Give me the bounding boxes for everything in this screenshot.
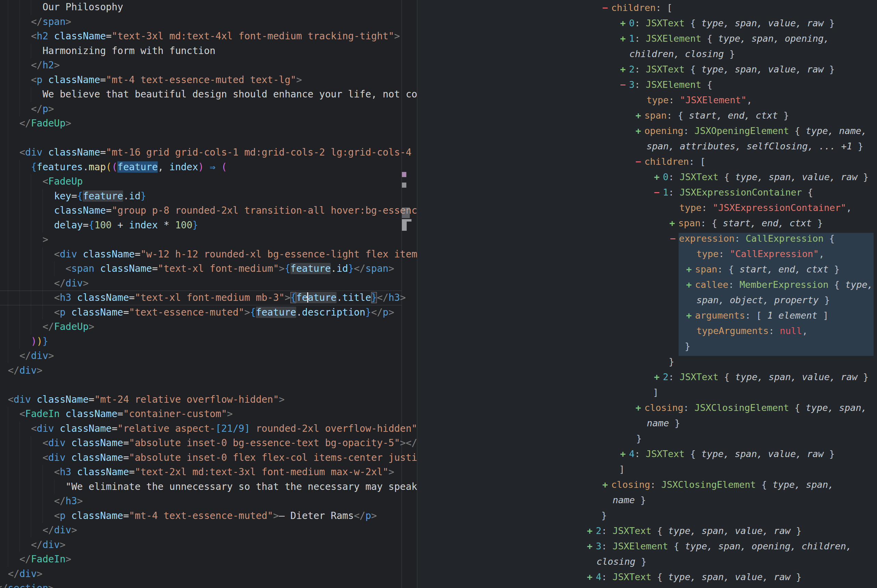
expand-toggle-icon[interactable]: + <box>635 400 641 416</box>
ast-node-line[interactable]: } <box>417 431 877 446</box>
ast-node-line[interactable]: } <box>417 354 877 369</box>
code-line[interactable]: className="group p-8 rounded-2xl transit… <box>0 203 417 218</box>
code-line[interactable]: </div> <box>0 523 417 538</box>
ast-node-line[interactable]: children, closing } <box>417 46 877 62</box>
code-line[interactable]: </div> <box>0 567 417 582</box>
expand-toggle-icon[interactable]: + <box>620 15 626 31</box>
code-line[interactable]: {features.map((feature, index) ⇒ ( <box>0 160 417 175</box>
expand-toggle-icon[interactable]: + <box>620 31 626 46</box>
ast-node-line[interactable]: } <box>417 508 877 523</box>
expand-toggle-icon[interactable]: + <box>670 215 675 231</box>
code-line[interactable]: </div> <box>0 363 417 378</box>
ast-node-line[interactable]: typeArguments: null, <box>417 323 877 339</box>
ast-node-line[interactable]: +closing: JSXClosingElement { type, span… <box>417 477 877 492</box>
ast-node-line[interactable]: +3: JSXElement { type, span, opening, ch… <box>417 538 877 554</box>
ast-node-line[interactable]: type: "JSXExpressionContainer", <box>417 200 877 215</box>
code-line[interactable]: </h3> <box>0 494 417 509</box>
expand-toggle-icon[interactable]: + <box>587 569 592 585</box>
ast-node-line[interactable]: +1: JSXElement { type, span, opening, <box>417 31 877 46</box>
code-line[interactable]: <div className="absolute inset-0 flex fl… <box>0 451 417 465</box>
ast-node-line[interactable]: span, object, property } <box>417 292 877 308</box>
ast-node-line[interactable]: +4: JSXText { type, span, value, raw } <box>417 446 877 462</box>
code-line[interactable]: "We eliminate the unnecessary so that th… <box>0 480 417 494</box>
ast-node-line[interactable]: −3: JSXElement { <box>417 77 877 92</box>
collapse-toggle-icon[interactable]: − <box>620 77 626 92</box>
expand-toggle-icon[interactable]: + <box>587 523 592 538</box>
code-line[interactable]: </FadeUp> <box>0 320 417 334</box>
collapse-toggle-icon[interactable]: − <box>602 0 608 15</box>
ast-node-line[interactable]: +2: JSXText { type, span, value, raw } <box>417 369 877 385</box>
code-line[interactable]: <p className="text-essence-muted">{featu… <box>0 305 417 320</box>
code-line-current[interactable]: <h3 className="text-xl font-medium mb-3"… <box>0 291 402 305</box>
ast-node-line[interactable]: +0: JSXText { type, span, value, raw } <box>417 15 877 31</box>
code-line[interactable]: Our Philosophy <box>0 0 417 15</box>
code-line[interactable]: <div className="mt-24 relative overflow-… <box>0 393 417 407</box>
expand-toggle-icon[interactable]: + <box>686 261 692 277</box>
code-line[interactable]: key={feature.id} <box>0 189 417 204</box>
ast-node-line[interactable]: +0: JSXText { type, span, value, raw } <box>417 169 877 184</box>
code-line[interactable]: ))} <box>0 334 417 349</box>
code-line[interactable]: </FadeUp> <box>0 116 417 131</box>
expand-toggle-icon[interactable]: + <box>686 277 692 292</box>
code-line[interactable] <box>0 378 417 393</box>
code-line[interactable]: <h2 className="text-3xl md:text-4xl font… <box>0 29 417 44</box>
ast-tree-pane[interactable]: −children: [+0: JSXText { type, span, va… <box>417 0 877 588</box>
expand-toggle-icon[interactable]: + <box>686 308 692 323</box>
code-line[interactable]: </h2> <box>0 58 417 73</box>
code-line[interactable]: <FadeUp <box>0 174 417 189</box>
expand-toggle-icon[interactable]: + <box>587 538 592 554</box>
code-line[interactable]: </div> <box>0 538 417 552</box>
code-line[interactable]: We believe that beautiful design should … <box>0 87 417 102</box>
code-line[interactable]: > <box>0 232 417 247</box>
ast-node-line[interactable]: name } <box>417 492 877 508</box>
code-line[interactable]: <div className="absolute inset-0 bg-esse… <box>0 436 417 451</box>
ast-node-line[interactable]: +span: { start, end, ctxt } <box>417 108 877 123</box>
collapse-toggle-icon[interactable]: − <box>654 184 659 200</box>
ast-node-line[interactable]: name } <box>417 416 877 431</box>
code-line[interactable]: <FadeIn className="container-custom"> <box>0 407 417 422</box>
ast-node-line[interactable]: span, attributes, selfClosing, ... +1 } <box>417 138 877 154</box>
code-line[interactable]: Harmonizing form with function <box>0 44 417 58</box>
code-line[interactable]: </FadeIn> <box>0 552 417 567</box>
ast-node-line[interactable]: type: "CallExpression", <box>417 246 877 261</box>
ast-node-line[interactable]: +2: JSXText { type, span, value, raw } <box>417 523 877 538</box>
code-line[interactable]: delay={100 + index * 100} <box>0 218 417 233</box>
code-line[interactable]: <p className="mt-4 text-essence-muted te… <box>0 73 417 87</box>
code-line[interactable]: <div className="mt-16 grid grid-cols-1 m… <box>0 145 417 160</box>
ast-node-line[interactable]: −1: JSXExpressionContainer { <box>417 184 877 200</box>
ast-node-line[interactable]: +closing: JSXClosingElement { type, span… <box>417 400 877 416</box>
ast-node-line[interactable]: +callee: MemberExpression { type, <box>417 277 877 292</box>
code-line[interactable]: <div className="w-12 h-12 rounded-xl bg-… <box>0 247 417 262</box>
code-line[interactable]: <h3 className="text-2xl md:text-3xl font… <box>0 465 417 480</box>
ast-node-line[interactable]: −children: [ <box>417 154 877 169</box>
expand-toggle-icon[interactable]: + <box>635 108 641 123</box>
ast-node-line[interactable]: type: "JSXElement", <box>417 92 877 108</box>
expand-toggle-icon[interactable]: + <box>635 123 641 138</box>
ast-node-line[interactable]: ] <box>417 385 877 400</box>
expand-toggle-icon[interactable]: + <box>620 62 626 77</box>
code-line[interactable]: </div> <box>0 276 417 291</box>
code-line[interactable]: <p className="mt-4 text-essence-muted">—… <box>0 509 417 524</box>
ast-node-line[interactable]: +span: { start, end, ctxt } <box>417 215 877 231</box>
code-line[interactable]: </div> <box>0 349 417 363</box>
ast-node-line[interactable]: } <box>417 339 877 354</box>
ast-node-line[interactable]: ] <box>417 462 877 477</box>
ast-node-line[interactable]: +span: { start, end, ctxt } <box>417 261 877 277</box>
ast-node-line[interactable]: +4: JSXText { type, span, value, raw } <box>417 569 877 585</box>
ast-node-line[interactable]: +2: JSXText { type, span, value, raw } <box>417 62 877 77</box>
code-line[interactable]: </span> <box>0 15 417 29</box>
code-line[interactable]: </section> <box>0 581 417 588</box>
code-line[interactable]: <span className="text-xl font-medium">{f… <box>0 261 417 276</box>
ast-node-line[interactable]: closing } <box>417 554 877 569</box>
expand-toggle-icon[interactable]: + <box>602 477 608 492</box>
ast-node-line[interactable]: −children: [ <box>417 0 877 15</box>
ast-node-line[interactable]: −expression: CallExpression { <box>417 231 877 246</box>
expand-toggle-icon[interactable]: + <box>620 446 626 462</box>
code-line[interactable]: <div className="relative aspect-[21/9] r… <box>0 422 417 436</box>
collapse-toggle-icon[interactable]: − <box>635 154 641 169</box>
collapse-toggle-icon[interactable]: − <box>670 231 676 246</box>
expand-toggle-icon[interactable]: + <box>654 369 659 385</box>
expand-toggle-icon[interactable]: + <box>654 169 659 184</box>
code-editor-pane[interactable]: Our Philosophy</span><h2 className="text… <box>0 0 417 588</box>
ast-node-line[interactable]: +opening: JSXOpeningElement { type, name… <box>417 123 877 138</box>
